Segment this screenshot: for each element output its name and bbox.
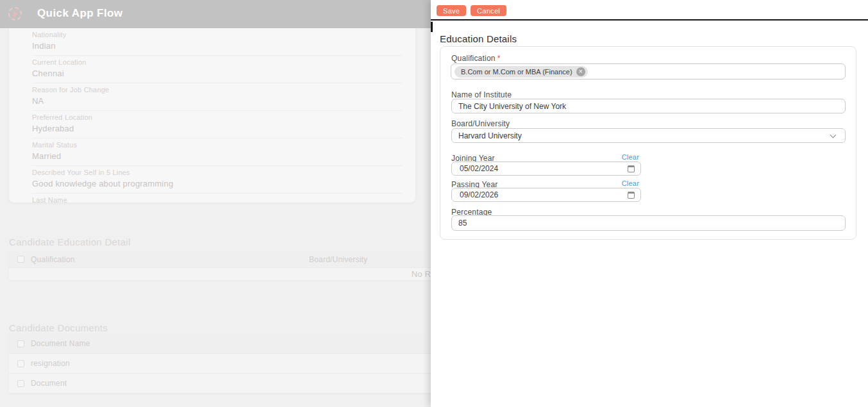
profile-row: Marital Status Married <box>32 138 403 166</box>
save-button[interactable]: Save <box>437 5 466 16</box>
percentage-input[interactable] <box>451 215 846 231</box>
education-form: Qualification* B.Com or M.Com or MBA (Fi… <box>440 46 856 240</box>
profile-row: Reason for Job Change NA <box>32 83 403 111</box>
education-details-drawer: Save Cancel Education Details Qualificat… <box>431 0 868 407</box>
profile-row: Nationality Indian <box>32 28 403 56</box>
profile-row: Current Location Chennai <box>32 56 403 83</box>
qualification-input[interactable]: B.Com or M.Com or MBA (Finance) × <box>451 63 846 79</box>
field-value: Good knowledge about programming <box>32 179 403 188</box>
board-selected-value: Harvard University <box>458 131 522 140</box>
field-label: Preferred Location <box>32 113 403 121</box>
column-header: Board/University <box>309 255 367 264</box>
column-header: Qualification <box>31 255 75 264</box>
row-checkbox[interactable] <box>17 360 24 367</box>
select-all-checkbox[interactable] <box>17 256 24 263</box>
document-name: Document <box>31 379 67 388</box>
calendar-icon[interactable] <box>628 165 635 172</box>
column-header: Document Name <box>31 339 90 348</box>
field-value: Married <box>32 151 403 161</box>
chevron-down-icon <box>830 132 837 138</box>
field-value: Indian <box>32 41 403 51</box>
select-all-checkbox[interactable] <box>17 340 24 347</box>
field-value: Hyderabad <box>32 124 403 133</box>
field-label: Described Your Self in 5 Lines <box>32 169 403 176</box>
calendar-icon[interactable] <box>628 192 635 199</box>
field-label: Current Location <box>32 58 403 66</box>
profile-row: Described Your Self in 5 Lines Good know… <box>32 166 403 194</box>
board-label: Board/University <box>451 119 510 128</box>
field-label: Nationality <box>32 31 403 38</box>
document-name: resignation <box>31 359 70 368</box>
profile-row: Last Name <box>32 194 403 211</box>
profile-row: Preferred Location Hyderabad <box>32 111 403 138</box>
lightning-icon <box>8 7 22 21</box>
page-title: Quick App Flow <box>37 7 122 20</box>
joining-year-clear-link[interactable]: Clear <box>622 153 639 161</box>
field-value: NA <box>32 96 403 106</box>
field-label: Last Name <box>32 196 403 204</box>
education-section-title: Candidate Education Detail <box>9 237 131 247</box>
field-value: Chennai <box>32 69 403 78</box>
drawer-toolbar: Save Cancel <box>431 0 868 21</box>
drawer-scrollbar[interactable] <box>431 22 433 32</box>
cancel-button[interactable]: Cancel <box>471 5 506 16</box>
chip-label: B.Com or M.Com or MBA (Finance) <box>461 68 572 76</box>
field-label: Reason for Job Change <box>32 86 403 94</box>
drawer-title: Education Details <box>440 33 517 44</box>
institute-input[interactable] <box>451 99 846 113</box>
passing-year-input[interactable] <box>451 188 641 202</box>
documents-section-title: Candidate Documents <box>9 322 108 333</box>
remove-chip-icon[interactable]: × <box>576 67 585 76</box>
passing-year-clear-link[interactable]: Clear <box>622 179 639 187</box>
joining-year-input[interactable] <box>451 162 641 176</box>
qualification-label: Qualification* <box>451 54 501 63</box>
board-select[interactable]: Harvard University <box>451 128 846 143</box>
field-label: Marital Status <box>32 141 403 149</box>
required-asterisk: * <box>497 54 501 63</box>
institute-label: Name of Institute <box>451 90 512 99</box>
candidate-profile-card: Nationality Indian Current Location Chen… <box>9 19 415 203</box>
qualification-chip: B.Com or M.Com or MBA (Finance) × <box>455 66 588 78</box>
row-checkbox[interactable] <box>17 380 24 387</box>
